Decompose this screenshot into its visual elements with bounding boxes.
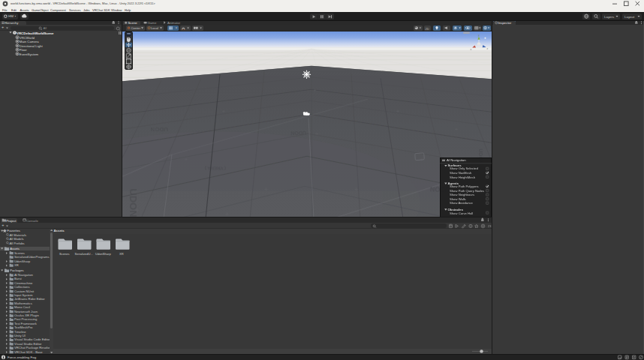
svg-text:UDON: UDON <box>150 126 168 133</box>
svg-text:y: y <box>478 33 480 36</box>
svg-text:UDON: UDON <box>128 188 139 217</box>
svg-text:x: x <box>470 47 471 50</box>
svg-text:UDON: UDON <box>290 130 306 136</box>
svg-text:( VRENA ): ( VRENA ) <box>205 166 226 170</box>
